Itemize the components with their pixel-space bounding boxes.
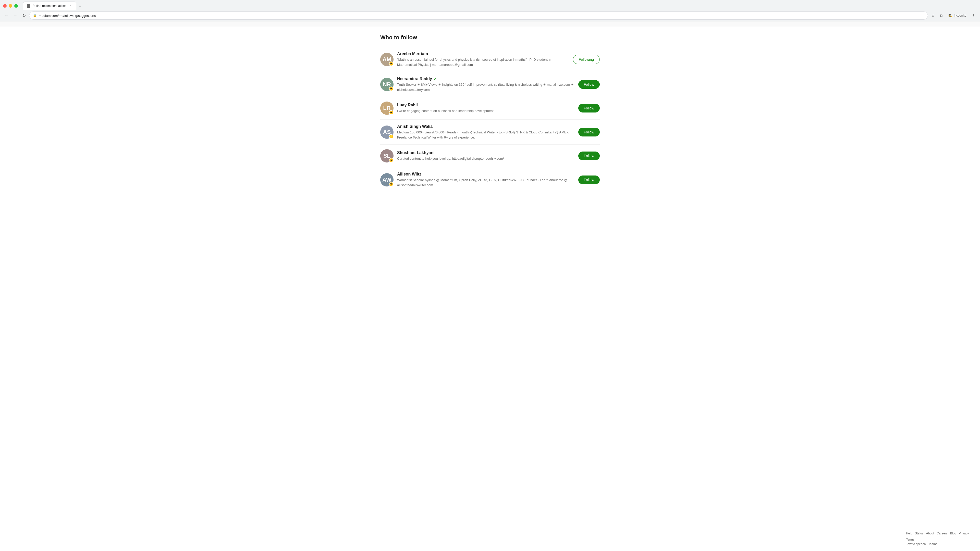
person-name: Luay Rahil — [397, 103, 575, 107]
footer-links: HelpStatusAboutCareersBlogPrivacyTermsTe… — [906, 532, 972, 546]
browser-chrome: Refine recommendations × + ← → ↻ 🔒 ☆ ⧉ — [0, 0, 980, 21]
follow-button-areeba[interactable]: Following — [573, 55, 600, 64]
person-name: Anish Singh Walia — [397, 124, 575, 129]
person-name: Neeramitra Reddy ✓ — [397, 76, 575, 81]
heart-badge: ❤ — [389, 62, 393, 66]
heart-badge: ❤ — [389, 110, 393, 115]
person-bio: Medium 150,000+ views/70,000+ Reads - mo… — [397, 130, 575, 140]
incognito-button[interactable]: 🕵 Incognito — [946, 12, 969, 19]
incognito-icon: 🕵 — [948, 14, 952, 17]
tab-close-button[interactable]: × — [68, 4, 73, 8]
split-view-icon: ⧉ — [940, 14, 942, 18]
person-name-text: Shushant Lakhyani — [397, 151, 434, 155]
person-info: Allison Wiltz Womanist Scholar bylines @… — [397, 172, 575, 187]
window-minimize-button[interactable] — [9, 4, 12, 8]
heart-badge: ❤ — [389, 86, 393, 91]
follow-button-allison[interactable]: Follow — [578, 176, 600, 184]
lock-icon: 🔒 — [33, 14, 37, 17]
person-bio: Womanist Scholar bylines @ Momentum, Opr… — [397, 178, 575, 187]
tab-favicon — [27, 4, 30, 8]
window-close-button[interactable] — [3, 4, 6, 8]
nav-bar: ← → ↻ 🔒 ☆ ⧉ 🕵 Incognito ⋮ — [0, 10, 980, 21]
follow-button-neeramitra[interactable]: Follow — [578, 80, 600, 89]
more-menu-button[interactable]: ⋮ — [970, 12, 977, 19]
bookmark-icon: ☆ — [932, 14, 935, 17]
footer-link-privacy[interactable]: Privacy — [959, 532, 969, 535]
main-container: Who to follow AM ❤ Areeba Merriam "Math … — [375, 27, 605, 200]
new-tab-button[interactable]: + — [76, 3, 83, 10]
person-name-text: Allison Wiltz — [397, 172, 422, 176]
footer-link-careers[interactable]: Careers — [937, 532, 948, 535]
heart-badge: ❤ — [389, 158, 393, 162]
person-bio: "Math is an essential tool for physics a… — [397, 57, 570, 67]
person-name-text: Neeramitra Reddy — [397, 76, 432, 81]
person-info: Luay Rahil I write engaging content on b… — [397, 103, 575, 114]
forward-button[interactable]: → — [12, 12, 19, 19]
bookmark-button[interactable]: ☆ — [929, 12, 937, 19]
person-row-anish: AS ⭐ Anish Singh Walia Medium 150,000+ v… — [380, 120, 600, 144]
footer-link-terms[interactable]: Terms — [906, 538, 915, 541]
window-controls — [3, 4, 18, 8]
person-bio: Truth-Seeker ✦ 8M+ Views ✦ Insights on 3… — [397, 82, 575, 92]
back-button[interactable]: ← — [3, 12, 10, 19]
person-name-text: Areeba Merriam — [397, 52, 428, 56]
follow-button-shushant[interactable]: Follow — [578, 151, 600, 160]
avatar-container: SL ❤ — [380, 149, 393, 162]
incognito-label: Incognito — [954, 14, 966, 17]
person-info: Anish Singh Walia Medium 150,000+ views/… — [397, 124, 575, 140]
page-content: Who to follow AM ❤ Areeba Merriam "Math … — [0, 21, 980, 551]
person-info: Areeba Merriam "Math is an essential too… — [397, 52, 570, 67]
person-info: Neeramitra Reddy ✓ Truth-Seeker ✦ 8M+ Vi… — [397, 76, 575, 92]
back-icon: ← — [5, 13, 9, 18]
reload-icon: ↻ — [22, 13, 26, 18]
person-row-allison: AW ❤ Allison Wiltz Womanist Scholar byli… — [380, 167, 600, 192]
person-bio: Curated content to help you level up: ht… — [397, 156, 575, 161]
person-name: Shushant Lakhyani — [397, 151, 575, 155]
person-list: AM ❤ Areeba Merriam "Math is an essentia… — [380, 47, 600, 192]
footer-link-about[interactable]: About — [926, 532, 934, 535]
avatar-container: LR ❤ — [380, 102, 393, 115]
forward-icon: → — [13, 13, 18, 18]
split-view-button[interactable]: ⧉ — [938, 12, 945, 19]
window-maximize-button[interactable] — [14, 4, 18, 8]
person-row-areeba: AM ❤ Areeba Merriam "Math is an essentia… — [380, 47, 600, 72]
heart-badge: ❤ — [389, 182, 393, 186]
follow-button-luay[interactable]: Follow — [578, 104, 600, 113]
person-name: Allison Wiltz — [397, 172, 575, 176]
person-row-shushant: SL ❤ Shushant Lakhyani Curated content t… — [380, 144, 600, 167]
avatar-container: AM ❤ — [380, 53, 393, 66]
top-spacer — [0, 21, 980, 27]
follow-button-anish[interactable]: Follow — [578, 128, 600, 137]
footer-link-status[interactable]: Status — [915, 532, 924, 535]
footer-link-help[interactable]: Help — [906, 532, 912, 535]
reload-button[interactable]: ↻ — [21, 12, 27, 19]
footer-link-teams[interactable]: Teams — [928, 542, 937, 546]
person-name-text: Luay Rahil — [397, 103, 418, 107]
nav-actions: ☆ ⧉ 🕵 Incognito ⋮ — [929, 12, 977, 19]
tab-bar: Refine recommendations × + — [21, 2, 86, 10]
person-name-text: Anish Singh Walia — [397, 124, 433, 129]
footer-link-text-to-speech[interactable]: Text to speech — [906, 542, 926, 546]
url-input[interactable] — [39, 14, 924, 17]
active-tab[interactable]: Refine recommendations × — [23, 2, 76, 10]
person-bio: I write engaging content on business and… — [397, 108, 575, 114]
avatar-container: AS ⭐ — [380, 125, 393, 139]
verified-icon: ✓ — [434, 77, 437, 81]
footer-link-blog[interactable]: Blog — [950, 532, 956, 535]
avatar-container: AW ❤ — [380, 173, 393, 186]
star-badge: ⭐ — [389, 134, 393, 139]
section-title: Who to follow — [380, 34, 600, 41]
more-icon: ⋮ — [972, 14, 975, 17]
person-name: Areeba Merriam — [397, 52, 570, 56]
person-info: Shushant Lakhyani Curated content to hel… — [397, 151, 575, 161]
title-bar: Refine recommendations × + — [0, 0, 980, 10]
tab-title: Refine recommendations — [32, 4, 66, 8]
address-bar[interactable]: 🔒 — [29, 11, 928, 20]
person-row-neeramitra: NR ❤ Neeramitra Reddy ✓ Truth-Seeker ✦ 8… — [380, 72, 600, 97]
avatar-container: NR ❤ — [380, 78, 393, 91]
person-row-luay: LR ❤ Luay Rahil I write engaging content… — [380, 97, 600, 120]
